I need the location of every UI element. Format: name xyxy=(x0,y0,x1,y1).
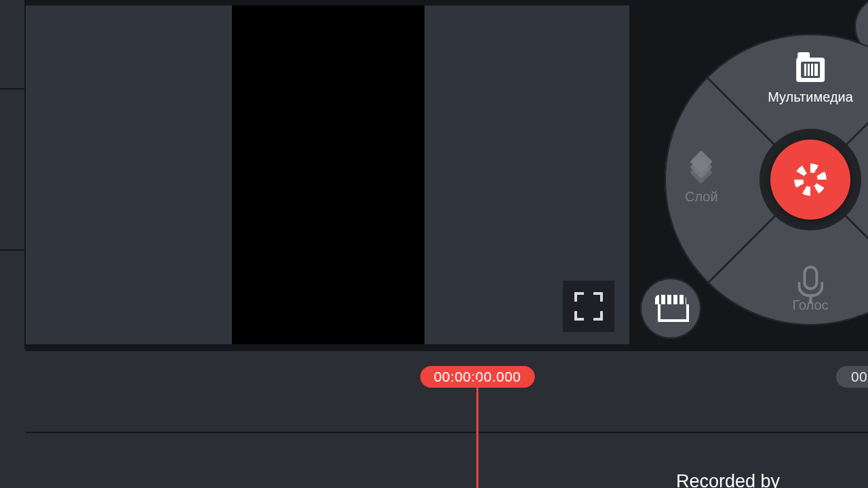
preview-letterbox-left xyxy=(26,5,231,344)
asset-store-button[interactable] xyxy=(640,278,701,339)
wheel-layer-label: Слой xyxy=(685,189,718,205)
strip-divider xyxy=(0,88,24,89)
playhead-line[interactable] xyxy=(477,380,479,488)
fullscreen-icon xyxy=(574,292,603,321)
store-icon xyxy=(655,295,686,322)
strip-divider xyxy=(0,249,24,251)
shutter-icon xyxy=(794,163,827,196)
duration-text: 00:00 xyxy=(851,369,868,384)
wheel-media-label: Мультимедиа xyxy=(768,89,853,105)
fullscreen-button[interactable] xyxy=(563,281,614,332)
preview-canvas[interactable] xyxy=(232,5,425,344)
preview-panel xyxy=(26,5,629,344)
media-folder-icon xyxy=(796,56,825,84)
watermark-text: Recorded by xyxy=(676,471,780,488)
wheel-layer-button[interactable]: Слой xyxy=(685,155,718,205)
track-divider xyxy=(26,432,868,433)
capture-button[interactable] xyxy=(770,140,850,220)
layers-icon xyxy=(687,155,715,184)
duration-pill: 00:00 xyxy=(836,366,868,388)
timeline-top-border xyxy=(26,349,868,351)
microphone-icon xyxy=(796,264,825,292)
wheel-voice-button[interactable]: Голос xyxy=(792,264,828,313)
wheel-media-button[interactable]: Мультимедиа xyxy=(768,56,853,105)
media-wheel: Мультимедиа Слой ♪ Ауд Голос xyxy=(665,34,868,325)
